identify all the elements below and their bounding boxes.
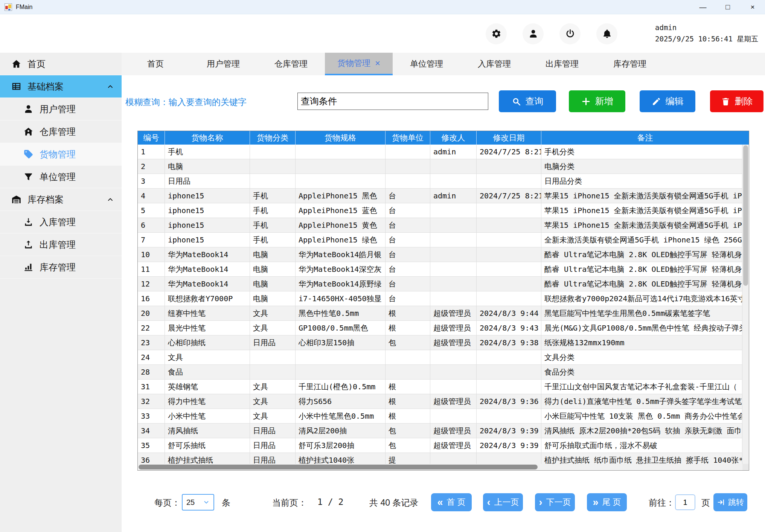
goto-page-input[interactable] xyxy=(675,494,695,510)
sidebar-item-outbound-mgmt[interactable]: 出库管理 xyxy=(0,233,122,256)
cell-remark: 舒可乐抽取式面巾纸，湿水不易破 xyxy=(541,438,742,453)
table-row[interactable]: 20纽赛中性笔文具黑色中性笔0.5mm根超级管理员2024/8/3 9:44黑笔… xyxy=(138,306,742,321)
maximize-button[interactable]: □ xyxy=(715,0,740,14)
table-row[interactable]: 23心相印抽纸日用品心相印3层150抽包超级管理员2024/8/3 9:38纸张… xyxy=(138,335,742,350)
column-header-modified-at[interactable]: 修改日期 xyxy=(477,131,541,145)
table-row[interactable]: 31英雄钢笔文具千里江山(橙色)0.5mm根千里江山文创中国风复古笔记本本子礼盒… xyxy=(138,380,742,394)
horizontal-scrollbar-thumb[interactable] xyxy=(139,465,538,470)
table-row[interactable]: 5iphone15手机AppleiPhone15 蓝色台苹果15 iPhone1… xyxy=(138,203,742,218)
cell-modified-by: 超级管理员 xyxy=(430,394,477,409)
prev-page-button[interactable]: ‹上一页 xyxy=(483,493,523,511)
table-row[interactable]: 6iphone15手机AppleiPhone15 黄色台苹果15 iPhone1… xyxy=(138,218,742,233)
sidebar-item-label: 仓库管理 xyxy=(40,126,76,138)
topbar-bell-button[interactable] xyxy=(596,23,617,44)
column-header-category[interactable]: 货物分类 xyxy=(250,131,296,145)
tab-home[interactable]: 首页 xyxy=(122,53,189,75)
search-hint-label: 模糊查询：输入要查询的关键字 xyxy=(125,96,247,108)
cell-remark: 植护挂式抽纸 纸巾面巾纸 悬挂卫生纸抽 擦手纸 1040张* xyxy=(541,453,742,464)
table-row[interactable]: 33小米中性笔文具小米中性笔黑色0.5mm根小米巨能写中性笔 10支装 黑色 0… xyxy=(138,409,742,424)
table-row[interactable]: 35舒可乐抽纸日用品舒可乐3层200抽包超级管理员2024/8/3 9:39舒可… xyxy=(138,438,742,453)
last-page-button[interactable]: »尾 页 xyxy=(587,493,627,511)
sidebar-item-warehouse-mgmt[interactable]: 仓库管理 xyxy=(0,120,122,143)
cell-category xyxy=(250,145,296,159)
table-row[interactable]: 1手机admin2024/7/25 8:21手机分类 xyxy=(138,145,742,159)
tab-unit-mgmt[interactable]: 单位管理 xyxy=(393,53,460,75)
table-body: 1手机admin2024/7/25 8:21手机分类2电脑电脑分类3日用品日用品… xyxy=(138,145,742,464)
cell-remark: 苹果15 iPhone15 全新未激活美版有锁全网通5G手机 iPho xyxy=(541,218,742,233)
per-page-select[interactable]: 25 xyxy=(182,494,214,511)
table-row[interactable]: 28食品食品分类 xyxy=(138,365,742,380)
cell-name: 晨光中性笔 xyxy=(165,321,250,335)
cell-spec: 华为MateBook14原野绿 xyxy=(296,277,386,291)
table-row[interactable]: 34清风抽纸日用品清风2层200抽包超级管理员2024/8/3 9:39清风抽纸… xyxy=(138,424,742,438)
sidebar-item-label: 货物管理 xyxy=(40,148,76,160)
table-row[interactable]: 10华为MateBook14电脑华为MateBook14皓月银台酷睿 Ultra… xyxy=(138,247,742,262)
next-page-button[interactable]: ›下一页 xyxy=(535,493,575,511)
tab-inbound-mgmt[interactable]: 入库管理 xyxy=(460,53,528,75)
topbar-gear-button[interactable] xyxy=(486,23,507,44)
tab-close-icon[interactable]: × xyxy=(375,59,380,68)
cell-id: 7 xyxy=(138,233,165,247)
table-row[interactable]: 3日用品日用品分类 xyxy=(138,174,742,189)
close-button[interactable]: × xyxy=(740,0,765,14)
table-row[interactable]: 22晨光中性笔文具GP1008/0.5mm黑色根超级管理员2024/8/3 9:… xyxy=(138,321,742,335)
download-icon xyxy=(23,217,34,227)
sidebar-item-stock-mgmt[interactable]: 库存管理 xyxy=(0,256,122,279)
sidebar-item-basic-archives[interactable]: 基础档案 xyxy=(0,75,122,98)
topbar-power-button[interactable] xyxy=(559,23,581,44)
cell-modified-by: 超级管理员 xyxy=(430,438,477,453)
vertical-scrollbar[interactable] xyxy=(742,145,749,464)
table-row[interactable]: 32得力中性笔文具得力S656根超级管理员2024/8/3 9:36得力(del… xyxy=(138,394,742,409)
tab-stock-mgmt[interactable]: 库存管理 xyxy=(596,53,664,75)
tab-user-mgmt[interactable]: 用户管理 xyxy=(189,53,257,75)
topbar-user-button[interactable] xyxy=(523,23,544,44)
table-row[interactable]: 36植护挂式抽纸日用品植护挂式1040张提植护挂式抽纸 纸巾面巾纸 悬挂卫生纸抽… xyxy=(138,453,742,464)
delete-button[interactable]: 删除 xyxy=(710,90,763,112)
column-header-name[interactable]: 货物名称 xyxy=(165,131,250,145)
query-input[interactable] xyxy=(297,93,488,110)
column-header-modified-by[interactable]: 修改人 xyxy=(430,131,477,145)
query-button[interactable]: 查询 xyxy=(499,90,556,112)
column-header-unit[interactable]: 货物单位 xyxy=(386,131,430,145)
sidebar-item-home[interactable]: 首页 xyxy=(0,53,122,75)
column-header-remark[interactable]: 备注 xyxy=(541,131,749,145)
first-page-button[interactable]: «首 页 xyxy=(431,493,472,511)
table-row[interactable]: 11华为MateBook14电脑华为MateBook14深空灰台酷睿 Ultra… xyxy=(138,262,742,277)
cell-category: 手机 xyxy=(250,218,296,233)
sidebar-item-goods-mgmt[interactable]: 货物管理 xyxy=(0,143,122,166)
table-row[interactable]: 7iphone15手机AppleiPhone15 绿色台全新未激活美版有锁全网通… xyxy=(138,233,742,247)
cell-spec: 心相印3层150抽 xyxy=(296,335,386,350)
cell-modified-by xyxy=(430,350,477,365)
pagination: 每页： 25 条 当前页： 1 / 2 共 40 条记录 «首 页‹上一页›下一… xyxy=(122,492,765,513)
table-row[interactable]: 12华为MateBook14电脑华为MateBook14原野绿台酷睿 Ultra… xyxy=(138,277,742,291)
tab-goods-mgmt[interactable]: 货物管理× xyxy=(325,53,393,75)
column-header-id[interactable]: 编号 xyxy=(138,131,165,145)
jump-button[interactable]: 跳转 xyxy=(713,493,747,511)
tab-warehouse-mgmt[interactable]: 仓库管理 xyxy=(257,53,325,75)
cell-unit: 台 xyxy=(386,233,430,247)
table-row[interactable]: 24文具文具分类 xyxy=(138,350,742,365)
table-row[interactable]: 2电脑电脑分类 xyxy=(138,159,742,174)
column-header-spec[interactable]: 货物规格 xyxy=(296,131,386,145)
sidebar-item-unit-mgmt[interactable]: 单位管理 xyxy=(0,166,122,188)
cell-id: 35 xyxy=(138,438,165,453)
tab-outbound-mgmt[interactable]: 出库管理 xyxy=(528,53,596,75)
cell-unit: 根 xyxy=(386,409,430,424)
vertical-scrollbar-thumb[interactable] xyxy=(743,145,748,286)
cell-name: 得力中性笔 xyxy=(165,394,250,409)
minimize-button[interactable]: — xyxy=(690,0,715,14)
edit-button[interactable]: 编辑 xyxy=(640,90,695,112)
next-page-glyph: › xyxy=(539,497,543,508)
cell-category: 文具 xyxy=(250,394,296,409)
table-row[interactable]: 16联想拯救者Y7000P电脑i7-14650HX-4050独显台联想拯救者y7… xyxy=(138,291,742,306)
sidebar-item-inbound-mgmt[interactable]: 入库管理 xyxy=(0,211,122,233)
jump-icon xyxy=(717,498,725,506)
cell-name: 华为MateBook14 xyxy=(165,277,250,291)
sidebar-item-user-mgmt[interactable]: 用户管理 xyxy=(0,98,122,120)
cell-id: 20 xyxy=(138,306,165,321)
add-button[interactable]: 新增 xyxy=(569,90,625,112)
horizontal-scrollbar[interactable] xyxy=(138,464,742,470)
sidebar-item-inventory-archives[interactable]: 库存档案 xyxy=(0,188,122,211)
cell-id: 3 xyxy=(138,174,165,189)
table-row[interactable]: 4iphone15手机AppleiPhone15 黑色台admin2024/7/… xyxy=(138,189,742,203)
